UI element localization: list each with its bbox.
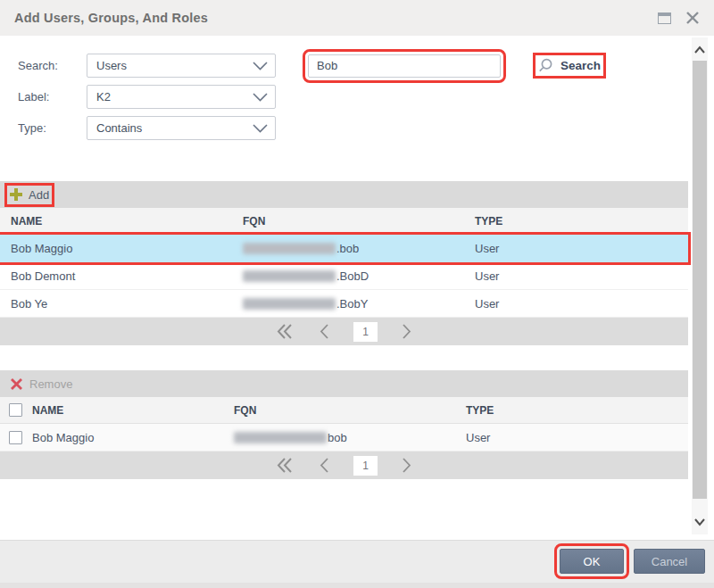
next-page-button[interactable]	[402, 457, 412, 474]
dialog-body: Search: Users Search	[0, 36, 714, 540]
search-icon	[538, 58, 554, 73]
cell-type: User	[475, 297, 688, 311]
search-input[interactable]	[308, 54, 501, 78]
label-value: K2	[96, 90, 111, 104]
chevron-right-icon	[402, 457, 412, 474]
column-header-name: NAME	[23, 404, 234, 417]
label-dropdown[interactable]: K2	[87, 85, 276, 109]
first-page-button[interactable]	[276, 323, 295, 340]
search-scope-value: Users	[96, 59, 127, 72]
column-header-fqn: FQN	[234, 404, 466, 417]
next-page-button[interactable]	[402, 323, 412, 340]
table-row-selected[interactable]: Bob Maggio .bob User	[0, 235, 688, 262]
search-label: Search:	[18, 59, 87, 72]
cell-fqn: .BobY	[243, 297, 475, 311]
results-header-row: NAME FQN TYPE	[0, 208, 688, 235]
page-number-input[interactable]	[353, 322, 378, 342]
maximize-icon[interactable]	[658, 12, 671, 24]
cell-type: User	[475, 269, 688, 283]
scrollbar-thumb[interactable]	[693, 61, 707, 499]
results-pagination	[0, 318, 688, 345]
scroll-down-icon[interactable]	[693, 517, 706, 527]
chevron-left-icon	[319, 457, 329, 474]
previous-page-button[interactable]	[319, 457, 329, 474]
label-label: Label:	[18, 90, 87, 104]
search-results-grid: Add NAME FQN TYPE Bob Maggio .bob User B…	[0, 181, 688, 345]
chevron-down-icon	[253, 124, 268, 133]
table-row[interactable]: Bob Demont .BobD User	[0, 262, 688, 290]
search-scope-dropdown[interactable]: Users	[87, 54, 276, 78]
remove-button[interactable]: Remove	[10, 377, 72, 391]
search-button-label: Search	[560, 59, 601, 72]
add-button-label: Add	[29, 188, 49, 202]
redacted-fqn	[243, 243, 336, 254]
cell-fqn: .bob	[243, 242, 475, 255]
dialog-titlebar: Add Users, Groups, And Roles	[0, 0, 714, 36]
search-form: Search: Users Search	[0, 36, 688, 140]
table-row[interactable]: Bob Maggio bob User	[0, 424, 688, 451]
selected-toolbar: Remove	[0, 370, 688, 397]
results-toolbar: Add	[0, 181, 688, 208]
cell-name: Bob Maggio	[0, 242, 243, 255]
cell-fqn: bob	[234, 431, 466, 444]
row-checkbox[interactable]	[9, 431, 22, 444]
type-value: Contains	[96, 121, 142, 135]
close-icon[interactable]	[685, 11, 700, 25]
selected-header-row: NAME FQN TYPE	[0, 397, 688, 424]
chevron-right-icon	[402, 323, 412, 340]
selected-users-grid: Remove NAME FQN TYPE Bob Maggio b	[0, 370, 688, 479]
chevron-left-icon	[319, 323, 329, 340]
dialog-footer: OK Cancel	[0, 540, 714, 588]
column-header-name: NAME	[0, 215, 243, 228]
cell-name: Bob Demont	[0, 269, 243, 283]
column-header-type: TYPE	[475, 215, 688, 228]
dialog-title: Add Users, Groups, And Roles	[14, 11, 658, 25]
type-dropdown[interactable]: Contains	[87, 116, 276, 140]
select-all-checkbox[interactable]	[9, 403, 22, 417]
previous-page-button[interactable]	[319, 323, 329, 340]
column-header-fqn: FQN	[243, 215, 475, 228]
table-row[interactable]: Bob Ye .BobY User	[0, 290, 688, 318]
chevron-down-icon	[253, 93, 268, 102]
double-chevron-left-icon	[276, 323, 295, 340]
redacted-fqn	[243, 298, 336, 310]
x-icon	[10, 377, 23, 391]
redacted-fqn	[234, 432, 327, 443]
page-number-input[interactable]	[353, 456, 378, 476]
vertical-scrollbar[interactable]	[692, 37, 708, 534]
type-label: Type:	[18, 121, 87, 135]
selected-pagination	[0, 451, 688, 479]
cancel-button[interactable]: Cancel	[634, 549, 705, 574]
chevron-down-icon	[253, 62, 268, 70]
cell-name: Bob Maggio	[23, 431, 234, 444]
add-button[interactable]: Add	[10, 188, 49, 202]
cell-fqn: .BobD	[243, 269, 475, 283]
plus-icon	[10, 188, 22, 201]
add-users-groups-roles-dialog: Add Users, Groups, And Roles Search: Use…	[0, 0, 714, 588]
double-chevron-left-icon	[276, 457, 295, 474]
remove-button-label: Remove	[29, 377, 72, 391]
redacted-fqn	[243, 270, 336, 282]
search-button[interactable]: Search	[538, 58, 601, 73]
select-all-cell	[0, 403, 23, 417]
cell-type: User	[466, 431, 688, 444]
ok-button[interactable]: OK	[560, 549, 624, 574]
cell-type: User	[475, 242, 688, 255]
cell-name: Bob Ye	[0, 297, 243, 311]
scroll-up-icon[interactable]	[693, 45, 706, 55]
row-checkbox-cell	[0, 431, 23, 444]
column-header-type: TYPE	[466, 404, 688, 417]
first-page-button[interactable]	[276, 457, 295, 474]
